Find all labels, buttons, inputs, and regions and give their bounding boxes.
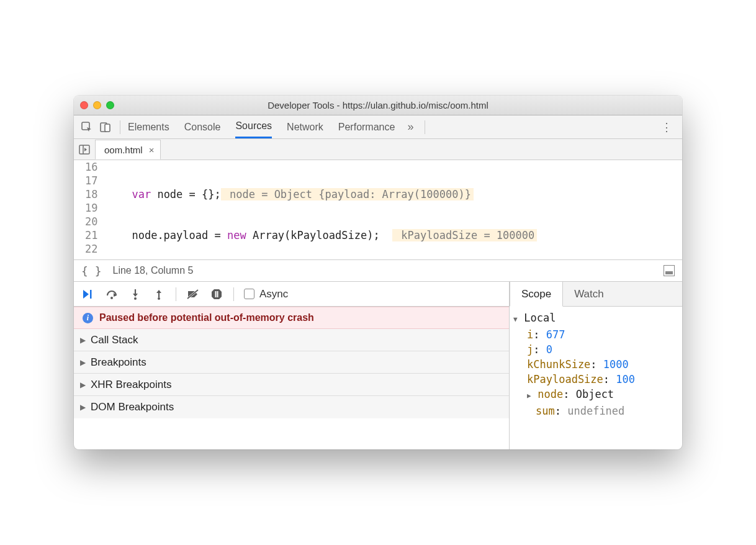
- svg-rect-5: [90, 290, 92, 299]
- async-label: Async: [259, 288, 288, 300]
- section-label: Breakpoints: [91, 356, 146, 369]
- tab-performance[interactable]: Performance: [338, 115, 395, 138]
- debugger-panel: Async i Paused before potential out-of-m…: [74, 282, 682, 449]
- pretty-print-icon[interactable]: { }: [81, 264, 102, 277]
- step-into-icon[interactable]: [125, 285, 146, 304]
- line-number: 21: [85, 228, 97, 242]
- panel-tabs: Elements Console Sources Network Perform…: [128, 115, 395, 138]
- svg-point-8: [134, 297, 137, 300]
- line-number: 20: [85, 215, 97, 228]
- tab-scope[interactable]: Scope: [510, 281, 563, 307]
- line-number: 18: [85, 187, 97, 201]
- chevron-right-icon: ▶: [80, 336, 86, 345]
- section-label: XHR Breakpoints: [91, 379, 171, 391]
- inline-value-overlay: node = Object {payload: Array(100000)}: [221, 188, 474, 200]
- tab-elements[interactable]: Elements: [128, 115, 169, 138]
- svg-point-6: [110, 297, 113, 299]
- code-line: var node = {}; node = Object {payload: A…: [102, 187, 682, 201]
- tab-network[interactable]: Network: [287, 115, 323, 138]
- toggle-drawer-icon[interactable]: [664, 265, 675, 276]
- line-gutter: 16 17 18 19 20 21 22: [74, 160, 102, 259]
- scope-watch-tabs: Scope Watch: [510, 282, 682, 307]
- scope-local[interactable]: ▼ Local: [513, 310, 677, 327]
- inspect-element-icon[interactable]: [78, 118, 96, 137]
- close-window-icon[interactable]: [80, 101, 88, 109]
- divider: [120, 120, 120, 134]
- info-icon: i: [83, 313, 93, 323]
- close-tab-icon[interactable]: ×: [149, 145, 155, 155]
- divider: [233, 287, 234, 301]
- settings-menu-icon[interactable]: ⋮: [655, 120, 678, 134]
- step-out-icon[interactable]: [148, 285, 169, 304]
- navigator-toggle-icon[interactable]: [74, 139, 95, 160]
- titlebar: Developer Tools - https://ulan.github.io…: [74, 96, 682, 115]
- source-editor[interactable]: 16 17 18 19 20 21 22 var node = {}; node…: [74, 160, 682, 259]
- tab-sources[interactable]: Sources: [235, 115, 272, 138]
- paused-alert: i Paused before potential out-of-memory …: [74, 307, 509, 329]
- svg-point-10: [158, 297, 160, 300]
- scope-var[interactable]: ▶ node: Object: [513, 387, 677, 403]
- section-dom-breakpoints[interactable]: ▶DOM Breakpoints: [74, 396, 509, 418]
- zoom-window-icon[interactable]: [106, 101, 114, 109]
- tab-watch[interactable]: Watch: [563, 282, 615, 306]
- debugger-right: Scope Watch ▼ Local i: 677 j: 0 kChunkSi…: [510, 282, 682, 449]
- chevron-down-icon: ▼: [513, 315, 521, 323]
- chevron-right-icon: ▶: [80, 403, 86, 412]
- editor-statusbar: { } Line 18, Column 5: [74, 259, 682, 282]
- scope-var[interactable]: kChunkSize: 1000: [513, 357, 677, 372]
- main-toolbar: Elements Console Sources Network Perform…: [74, 115, 682, 139]
- divider: [425, 120, 425, 134]
- debugger-left: Async i Paused before potential out-of-m…: [74, 282, 510, 449]
- section-breakpoints[interactable]: ▶Breakpoints: [74, 351, 509, 374]
- scope-label: Local: [524, 312, 556, 324]
- file-tab-strip: oom.html ×: [74, 139, 682, 160]
- resume-icon[interactable]: [78, 285, 99, 304]
- scope-panel: ▼ Local i: 677 j: 0 kChunkSize: 1000 kPa…: [510, 307, 682, 422]
- section-label: DOM Breakpoints: [91, 401, 174, 413]
- chevron-right-icon: ▶: [80, 381, 86, 389]
- section-xhr-breakpoints[interactable]: ▶XHR Breakpoints: [74, 374, 509, 396]
- devtools-window: Developer Tools - https://ulan.github.io…: [74, 96, 682, 449]
- cursor-position: Line 18, Column 5: [113, 265, 194, 276]
- file-tab-oom[interactable]: oom.html ×: [95, 140, 161, 160]
- window-title: Developer Tools - https://ulan.github.io…: [74, 100, 682, 110]
- debug-toolbar: Async: [74, 282, 509, 307]
- checkbox-icon[interactable]: [244, 289, 254, 299]
- scope-var[interactable]: j: 0: [513, 342, 677, 357]
- chevron-right-icon: ▶: [527, 392, 535, 400]
- alert-text: Paused before potential out-of-memory cr…: [99, 312, 314, 323]
- line-number: 16: [85, 160, 97, 174]
- pause-on-exceptions-icon[interactable]: [206, 285, 227, 304]
- more-tabs-icon[interactable]: »: [407, 120, 413, 133]
- inline-value-overlay: kPayloadSize = 100000: [392, 229, 537, 241]
- line-number: 17: [85, 174, 97, 187]
- divider: [176, 287, 176, 301]
- svg-rect-2: [105, 124, 110, 132]
- window-controls: [80, 101, 114, 109]
- chevron-right-icon: ▶: [80, 358, 86, 367]
- tab-console[interactable]: Console: [184, 115, 221, 138]
- section-call-stack[interactable]: ▶Call Stack: [74, 329, 509, 351]
- scope-var[interactable]: kPayloadSize: 100: [513, 372, 677, 387]
- async-checkbox[interactable]: Async: [244, 288, 288, 300]
- device-toolbar-icon[interactable]: [96, 118, 115, 137]
- section-label: Call Stack: [91, 334, 138, 346]
- deactivate-breakpoints-icon[interactable]: [182, 285, 204, 304]
- scope-var[interactable]: i: 677: [513, 327, 677, 342]
- scope-var[interactable]: sum: undefined: [513, 403, 677, 418]
- line-number: 19: [85, 201, 97, 215]
- code-area[interactable]: var node = {}; node = Object {payload: A…: [102, 160, 682, 259]
- line-number: 22: [85, 242, 97, 256]
- svg-rect-14: [217, 291, 218, 297]
- file-tab-label: oom.html: [104, 145, 143, 155]
- step-over-icon[interactable]: [101, 285, 122, 304]
- code-line: node.payload = new Array(kPayloadSize); …: [102, 228, 682, 242]
- svg-rect-13: [215, 291, 217, 297]
- minimize-window-icon[interactable]: [93, 101, 101, 109]
